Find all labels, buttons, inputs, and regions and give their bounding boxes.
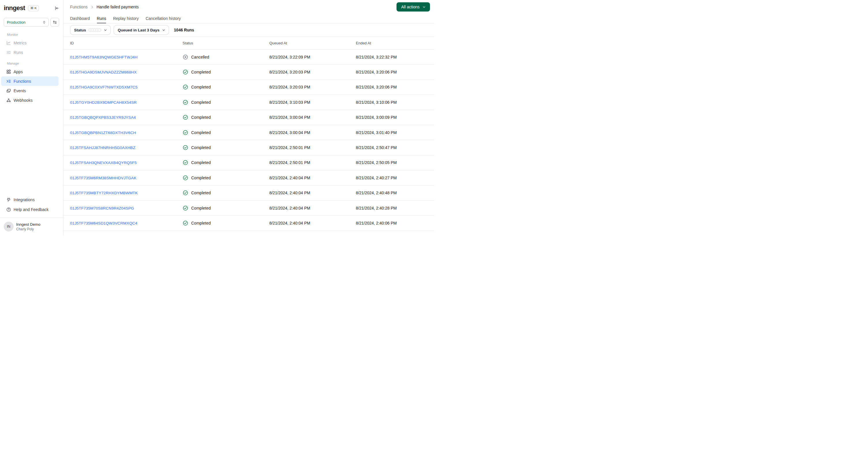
completed-icon [183,175,188,181]
run-id-link[interactable]: 01J5TGY0HD2BX9DMPCAH8X54SR [70,100,137,105]
sidebar-item-label: Functions [13,79,31,84]
table-row: 01J5TFSAH3QNEVXAXB4QYRQ5F5 Completed 8/2… [63,155,434,170]
run-status: Completed [183,220,269,226]
table-row: 01J5TF735M70S8RCN9R4Z04SPG Completed 8/2… [63,200,434,216]
tab-runs[interactable]: Runs [97,14,106,23]
run-id-link[interactable]: 01J5THGA9C0XVF7NWTXDSXM7C5 [70,85,137,89]
sidebar-item-functions[interactable]: Functions [1,76,59,86]
sidebar-item-label: Apps [13,69,23,74]
run-id-link[interactable]: 01J5TGBQBQPXPBS3JEYR9JYSA4 [70,115,136,120]
sidebar-item-metrics[interactable]: Metrics [0,38,63,48]
completed-icon [183,160,188,165]
completed-icon [183,220,188,226]
ended-at-value: 8/21/2024, 2:50:05 PM [356,160,434,165]
tab-cancellation-history[interactable]: Cancellation history [146,14,181,23]
sidebar-item-label: Runs [13,50,23,55]
ended-at-value: 8/21/2024, 3:10:06 PM [356,100,434,105]
run-status: Completed [183,99,269,105]
run-status: Completed [183,175,269,181]
chevron-down-icon [162,28,165,32]
sidebar-item-runs[interactable]: Runs [0,48,63,57]
queued-at-value: 8/21/2024, 2:40:04 PM [269,176,356,180]
sidebar-item-integrations[interactable]: Integrations [0,195,63,205]
environment-settings-button[interactable] [51,18,59,27]
run-status: Cancelled [183,54,269,60]
queued-at-value: 8/21/2024, 3:20:03 PM [269,70,356,74]
chevron-down-icon [103,28,107,32]
sidebar-item-label: Metrics [13,41,27,45]
chevrons-up-down-icon [42,20,46,24]
ended-at-value: 8/21/2024, 2:40:28 PM [356,206,434,211]
run-status: Completed [183,69,269,75]
run-status: Completed [183,205,269,211]
ended-at-value: 8/21/2024, 2:50:47 PM [356,145,434,150]
tab-dashboard[interactable]: Dashboard [70,14,90,23]
all-actions-button[interactable]: All actions [397,2,430,11]
run-id-link[interactable]: 01J5THM5T9A63NQWGE5HFTWJ4H [70,55,137,59]
completed-icon [183,205,188,211]
queued-at-value: 8/21/2024, 2:40:04 PM [269,221,356,225]
user-menu[interactable]: IN Inngest Demo Charly Poly [0,218,63,236]
column-header-id: ID [70,41,183,45]
tab-bar: Dashboard Runs Replay history Cancellati… [63,14,434,23]
run-status: Completed [183,190,269,196]
table-row: 01J5TFSAHJJ87HNRHH5G0AXHBZ Completed 8/2… [63,140,434,155]
run-id-link[interactable]: 01J5TF735M70S8RCN9R4Z04SPG [70,206,134,211]
apps-grid-icon [6,69,11,74]
functions-icon [6,79,11,84]
run-id-link[interactable]: 01J5TGBQBPBN1ZT68DXTH3V6CH [70,131,136,135]
run-status: Completed [183,130,269,135]
run-id-link[interactable]: 01J5TFSAHJJ87HNRHH5G0AXHBZ [70,146,135,150]
completed-icon [183,130,188,135]
table-row: 01J5TGBQBPBN1ZT68DXTH3V6CH Completed 8/2… [63,125,434,140]
status-label: Completed [191,130,211,135]
filter-bar: Status Queued in Last 3 Days 1046 Runs [63,23,434,37]
chevron-down-icon [422,5,426,9]
queued-at-value: 8/21/2024, 3:10:03 PM [269,100,356,105]
run-id-link[interactable]: 01J5TF735M6RM38SMHHDVJTGAK [70,176,136,180]
completed-icon [183,84,188,90]
command-k-shortcut-badge[interactable]: ⌘ K [28,5,39,11]
sidebar-item-events[interactable]: Events [0,86,63,95]
sidebar-item-webhooks[interactable]: Webhooks [0,95,63,105]
collapse-sidebar-button[interactable] [54,6,59,11]
plug-icon [6,197,11,202]
status-label: Completed [191,160,211,165]
sliders-icon [53,20,57,25]
sidebar-footer: Integrations Help and Feedback IN Innges… [0,195,63,236]
user-name: Charly Poly [16,227,40,231]
run-status: Completed [183,160,269,165]
run-status: Completed [183,115,269,120]
time-range-filter-button[interactable]: Queued in Last 3 Days [114,25,169,35]
queued-at-value: 8/21/2024, 3:00:04 PM [269,115,356,120]
sidebar-item-help-and-feedback[interactable]: Help and Feedback [0,205,63,215]
run-id-link[interactable]: 01J5THGA9DSMJVNADZZZM868HX [70,70,137,74]
collapse-sidebar-icon [54,6,59,11]
breadcrumb-functions[interactable]: Functions [70,5,88,9]
nav-section-monitor: Monitor [0,33,63,36]
queued-at-value: 8/21/2024, 2:50:01 PM [269,145,356,150]
run-id-link[interactable]: 01J5TF735MBTY72RHXDYMBWMTK [70,191,138,195]
table-row: 01J5THGA9DSMJVNADZZZM868HX Completed 8/2… [63,65,434,80]
table-row: 01J5TGBQBQPXPBS3JEYR9JYSA4 Completed 8/2… [63,110,434,125]
status-filter-button[interactable]: Status [70,25,111,35]
all-actions-label: All actions [401,5,420,9]
ended-at-value: 8/21/2024, 2:40:48 PM [356,191,434,195]
metrics-chart-icon [6,40,11,45]
sidebar-item-label: Integrations [13,197,35,202]
queued-at-value: 8/21/2024, 3:22:09 PM [269,55,356,59]
sidebar-item-label: Webhooks [13,98,33,103]
column-header-ended-at: Ended At [356,41,434,45]
status-label: Completed [191,70,211,74]
run-status: Completed [183,84,269,90]
run-id-link[interactable]: 01J5TFSAH3QNEVXAXB4QYRQ5F5 [70,161,137,165]
table-row: 01J5TGY0HD2BX9DMPCAH8X54SR Completed 8/2… [63,95,434,110]
topbar: Functions Handle failed payments All act… [63,0,434,14]
table-row: 01J5THGA9C0XVF7NWTXDSXM7C5 Completed 8/2… [63,80,434,95]
runs-table-body: 01J5THM5T9A63NQWGE5HFTWJ4H Cancelled 8/2… [63,50,434,231]
sidebar-item-apps[interactable]: Apps [0,67,63,76]
run-id-link[interactable]: 01J5TF735M64SD1QW3VCRMXQC4 [70,221,137,225]
queued-at-value: 8/21/2024, 2:40:04 PM [269,206,356,211]
environment-select[interactable]: Production [4,18,49,27]
tab-replay-history[interactable]: Replay history [113,14,139,23]
